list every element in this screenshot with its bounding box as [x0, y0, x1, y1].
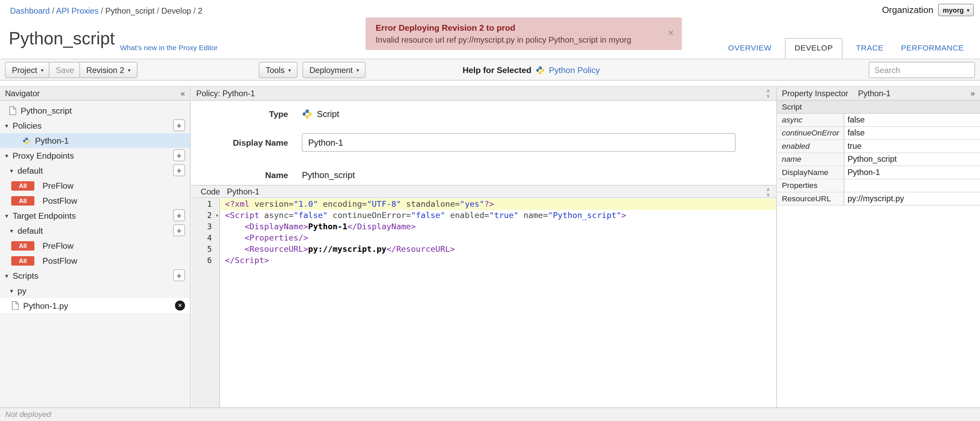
code-line[interactable]: <?xml version="1.0" encoding="UTF-8" sta… — [221, 199, 776, 210]
property-value[interactable]: true — [844, 140, 980, 153]
nav-item-proxy-postflow[interactable]: All PostFlow — [0, 193, 190, 208]
error-banner-title: Error Deploying Revision 2 to prod — [376, 23, 672, 32]
nav-item-label: PostFlow — [43, 256, 78, 265]
property-value[interactable]: Python-1 — [844, 166, 980, 179]
display-name-input[interactable] — [302, 133, 736, 152]
property-row-DisplayName: DisplayNamePython-1 — [777, 166, 980, 179]
expand-collapse-icon[interactable]: ∧ ∨ — [767, 89, 770, 98]
nav-item-label: PreFlow — [43, 181, 74, 190]
add-proxy-endpoint-button[interactable]: + — [173, 149, 185, 161]
nav-section-proxy-endpoints[interactable]: ▾ Proxy Endpoints + — [0, 148, 190, 163]
breadcrumb-item[interactable]: Dashboard — [10, 6, 50, 15]
nav-item-label: Python-1.py — [23, 301, 68, 310]
search-input[interactable] — [869, 62, 975, 78]
nav-item-label: PreFlow — [43, 241, 74, 250]
property-name: name — [777, 153, 845, 166]
nav-section-policies[interactable]: ▾ Policies + — [0, 118, 190, 133]
inspector-section-header: Script — [777, 101, 980, 114]
policy-panel: Policy: Python-1 ∧ ∨ Type Script Display… — [191, 87, 776, 408]
nav-item-target-default[interactable]: ▾ default + — [0, 223, 190, 238]
python-icon — [536, 65, 545, 75]
navigator-tree: Python_script ▾ Policies + Python-1 ▾ Pr… — [0, 101, 190, 407]
tools-button[interactable]: Tools ▾ — [259, 62, 298, 78]
code-header: Code Python-1 ∧ ∨ — [191, 185, 776, 198]
nav-section-target-endpoints[interactable]: ▾ Target Endpoints + — [0, 208, 190, 223]
add-policy-button[interactable]: + — [173, 119, 185, 131]
chevron-down-icon: ∨ — [767, 94, 770, 99]
tab-performance[interactable]: PERFORMANCE — [892, 44, 972, 59]
tab-overview[interactable]: OVERVIEW — [719, 44, 780, 59]
property-name: enabled — [777, 140, 845, 153]
caret-down-icon: ▾ — [5, 152, 8, 159]
code-line[interactable]: <DisplayName>Python-1</DisplayName> — [221, 221, 776, 232]
delete-script-icon[interactable]: ✕ — [175, 300, 185, 310]
add-proxy-flow-button[interactable]: + — [173, 164, 185, 176]
proxy-editor-window: Dashboard / API Proxies / Python_script … — [0, 0, 980, 421]
property-value[interactable]: py://myscript.py — [844, 192, 980, 205]
nav-item-label: Python-1 — [35, 136, 69, 145]
fold-icon[interactable]: ▾ — [215, 210, 219, 221]
flow-badge: All — [11, 196, 35, 205]
deployment-button[interactable]: Deployment ▾ — [302, 62, 366, 78]
code-gutter: 12▾3456 — [191, 198, 220, 408]
code-line[interactable]: <ResourceURL>py://myscript.py</ResourceU… — [221, 244, 776, 255]
add-target-endpoint-button[interactable]: + — [173, 210, 185, 221]
property-row-enabled: enabledtrue — [777, 140, 980, 153]
nav-item-policy-python-1[interactable]: Python-1 — [0, 133, 190, 148]
caret-down-icon: ▾ — [10, 167, 13, 174]
nav-item-target-postflow[interactable]: All PostFlow — [0, 253, 190, 268]
property-name: continueOnError — [777, 127, 845, 140]
tab-trace[interactable]: TRACE — [847, 44, 892, 59]
status-bar: Not deployed — [0, 407, 980, 421]
whats-new-link[interactable]: What's new in the Proxy Editor — [120, 44, 218, 51]
navigator-title: Navigator — [5, 89, 40, 98]
inspector-header: Property Inspector Python-1 » — [777, 87, 980, 101]
nav-item-label: Python_script — [21, 106, 72, 115]
organization-select[interactable]: myorg ▾ — [939, 4, 974, 16]
python-policy-link[interactable]: Python Policy — [549, 59, 600, 81]
code-line[interactable]: <Script async="false" continueOnError="f… — [221, 210, 776, 221]
property-row-async: asyncfalse — [777, 114, 980, 127]
property-row-continueOnError: continueOnErrorfalse — [777, 127, 980, 140]
code-lines: <?xml version="1.0" encoding="UTF-8" sta… — [221, 198, 776, 408]
nav-folder-py[interactable]: ▾ py — [0, 283, 190, 298]
double-chevron-left-icon[interactable]: « — [180, 87, 185, 101]
property-value[interactable]: false — [844, 114, 980, 126]
nav-section-scripts[interactable]: ▾ Scripts + — [0, 268, 190, 283]
close-icon[interactable]: × — [668, 28, 674, 39]
breadcrumb-item: 2 — [198, 6, 202, 15]
deployment-status-text: Not deployed — [5, 410, 51, 419]
nav-item-proxy-preflow[interactable]: All PreFlow — [0, 178, 190, 193]
revision-button[interactable]: Revision 2 ▾ — [80, 62, 137, 78]
line-number: 2▾ — [191, 210, 219, 221]
property-value[interactable]: false — [844, 127, 980, 140]
save-button[interactable]: Save — [49, 62, 81, 78]
nav-section-label: Policies — [13, 121, 41, 130]
nav-section-label: Proxy Endpoints — [13, 151, 74, 160]
display-name-label: Display Name — [191, 138, 288, 147]
property-value[interactable] — [844, 180, 980, 192]
code-line[interactable]: <Properties/> — [221, 232, 776, 244]
policy-panel-header: Policy: Python-1 ∧ ∨ — [191, 87, 776, 101]
nav-item-proxy-default[interactable]: ▾ default + — [0, 163, 190, 178]
save-button-label: Save — [56, 65, 74, 75]
nav-item-target-preflow[interactable]: All PreFlow — [0, 238, 190, 253]
nav-item-proxy-root[interactable]: Python_script — [0, 103, 190, 118]
double-chevron-right-icon[interactable]: » — [970, 87, 975, 101]
property-value[interactable]: Python_script — [844, 153, 980, 166]
flow-badge: All — [11, 256, 35, 265]
tab-develop[interactable]: DEVELOP — [785, 38, 842, 59]
add-target-flow-button[interactable]: + — [173, 224, 185, 237]
flow-badge: All — [11, 241, 35, 250]
code-editor[interactable]: 12▾3456 <?xml version="1.0" encoding="UT… — [191, 198, 776, 408]
code-line[interactable]: </Script> — [221, 255, 776, 266]
add-script-button[interactable]: + — [173, 269, 185, 281]
name-row: Name Python_script — [191, 169, 355, 181]
policy-type-row: Type Script — [191, 106, 339, 121]
expand-collapse-icon[interactable]: ∧ ∨ — [767, 187, 770, 197]
project-button-label: Project — [12, 65, 37, 75]
nav-item-script-file[interactable]: Python-1.py ✕ — [0, 298, 190, 313]
project-button[interactable]: Project ▾ — [5, 62, 51, 78]
tab-bar: OVERVIEWDEVELOPTRACEPERFORMANCE — [719, 38, 972, 59]
breadcrumb-item[interactable]: API Proxies — [56, 6, 98, 15]
